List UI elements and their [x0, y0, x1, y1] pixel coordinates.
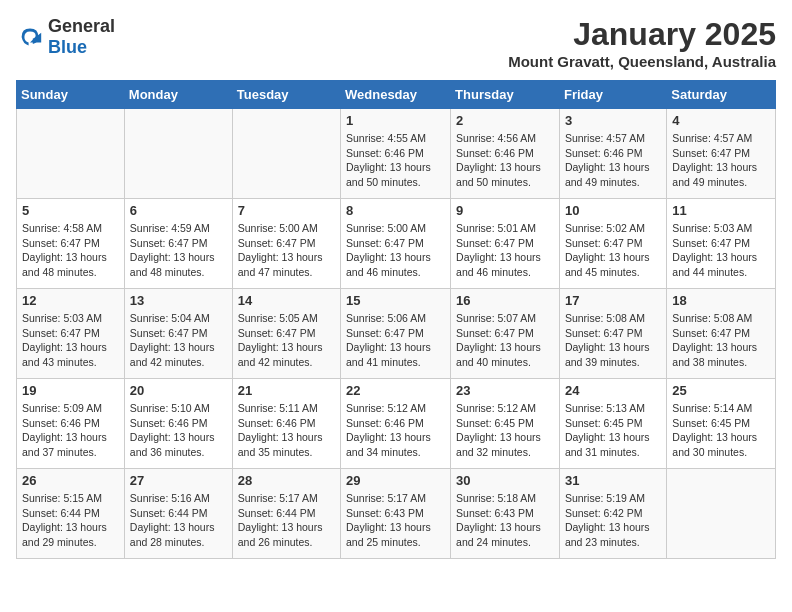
day-number: 27: [130, 473, 227, 488]
calendar-cell: 6Sunrise: 4:59 AM Sunset: 6:47 PM Daylig…: [124, 199, 232, 289]
logo-general: General: [48, 16, 115, 36]
calendar-header-row: SundayMondayTuesdayWednesdayThursdayFrid…: [17, 81, 776, 109]
calendar-cell: 30Sunrise: 5:18 AM Sunset: 6:43 PM Dayli…: [451, 469, 560, 559]
day-info: Sunrise: 4:55 AM Sunset: 6:46 PM Dayligh…: [346, 131, 445, 190]
calendar-cell: 9Sunrise: 5:01 AM Sunset: 6:47 PM Daylig…: [451, 199, 560, 289]
calendar-title: January 2025: [508, 16, 776, 53]
calendar-cell: 29Sunrise: 5:17 AM Sunset: 6:43 PM Dayli…: [341, 469, 451, 559]
day-number: 21: [238, 383, 335, 398]
calendar-cell: [667, 469, 776, 559]
day-info: Sunrise: 5:12 AM Sunset: 6:46 PM Dayligh…: [346, 401, 445, 460]
day-number: 30: [456, 473, 554, 488]
calendar-cell: 4Sunrise: 4:57 AM Sunset: 6:47 PM Daylig…: [667, 109, 776, 199]
day-info: Sunrise: 5:03 AM Sunset: 6:47 PM Dayligh…: [22, 311, 119, 370]
day-number: 9: [456, 203, 554, 218]
day-number: 3: [565, 113, 661, 128]
day-number: 26: [22, 473, 119, 488]
calendar-cell: 19Sunrise: 5:09 AM Sunset: 6:46 PM Dayli…: [17, 379, 125, 469]
day-number: 12: [22, 293, 119, 308]
day-number: 10: [565, 203, 661, 218]
logo-text: General Blue: [48, 16, 115, 58]
day-number: 15: [346, 293, 445, 308]
calendar-table: SundayMondayTuesdayWednesdayThursdayFrid…: [16, 80, 776, 559]
day-info: Sunrise: 4:59 AM Sunset: 6:47 PM Dayligh…: [130, 221, 227, 280]
calendar-cell: 1Sunrise: 4:55 AM Sunset: 6:46 PM Daylig…: [341, 109, 451, 199]
header: General Blue January 2025 Mount Gravatt,…: [16, 16, 776, 70]
logo-icon: [16, 23, 44, 51]
column-header-thursday: Thursday: [451, 81, 560, 109]
day-number: 5: [22, 203, 119, 218]
calendar-cell: 25Sunrise: 5:14 AM Sunset: 6:45 PM Dayli…: [667, 379, 776, 469]
calendar-cell: 23Sunrise: 5:12 AM Sunset: 6:45 PM Dayli…: [451, 379, 560, 469]
day-info: Sunrise: 4:56 AM Sunset: 6:46 PM Dayligh…: [456, 131, 554, 190]
day-info: Sunrise: 4:57 AM Sunset: 6:47 PM Dayligh…: [672, 131, 770, 190]
day-info: Sunrise: 5:08 AM Sunset: 6:47 PM Dayligh…: [565, 311, 661, 370]
day-number: 17: [565, 293, 661, 308]
calendar-cell: 10Sunrise: 5:02 AM Sunset: 6:47 PM Dayli…: [559, 199, 666, 289]
calendar-cell: 16Sunrise: 5:07 AM Sunset: 6:47 PM Dayli…: [451, 289, 560, 379]
day-number: 25: [672, 383, 770, 398]
calendar-cell: 26Sunrise: 5:15 AM Sunset: 6:44 PM Dayli…: [17, 469, 125, 559]
calendar-cell: 27Sunrise: 5:16 AM Sunset: 6:44 PM Dayli…: [124, 469, 232, 559]
calendar-cell: 15Sunrise: 5:06 AM Sunset: 6:47 PM Dayli…: [341, 289, 451, 379]
day-info: Sunrise: 5:13 AM Sunset: 6:45 PM Dayligh…: [565, 401, 661, 460]
day-number: 20: [130, 383, 227, 398]
day-info: Sunrise: 5:17 AM Sunset: 6:43 PM Dayligh…: [346, 491, 445, 550]
column-header-saturday: Saturday: [667, 81, 776, 109]
day-info: Sunrise: 5:00 AM Sunset: 6:47 PM Dayligh…: [238, 221, 335, 280]
day-number: 19: [22, 383, 119, 398]
calendar-cell: 12Sunrise: 5:03 AM Sunset: 6:47 PM Dayli…: [17, 289, 125, 379]
day-info: Sunrise: 5:15 AM Sunset: 6:44 PM Dayligh…: [22, 491, 119, 550]
calendar-cell: [17, 109, 125, 199]
day-info: Sunrise: 5:02 AM Sunset: 6:47 PM Dayligh…: [565, 221, 661, 280]
calendar-subtitle: Mount Gravatt, Queensland, Australia: [508, 53, 776, 70]
day-info: Sunrise: 5:09 AM Sunset: 6:46 PM Dayligh…: [22, 401, 119, 460]
day-info: Sunrise: 5:01 AM Sunset: 6:47 PM Dayligh…: [456, 221, 554, 280]
day-number: 2: [456, 113, 554, 128]
calendar-week-3: 12Sunrise: 5:03 AM Sunset: 6:47 PM Dayli…: [17, 289, 776, 379]
day-info: Sunrise: 5:11 AM Sunset: 6:46 PM Dayligh…: [238, 401, 335, 460]
calendar-cell: [124, 109, 232, 199]
calendar-cell: 21Sunrise: 5:11 AM Sunset: 6:46 PM Dayli…: [232, 379, 340, 469]
calendar-cell: 8Sunrise: 5:00 AM Sunset: 6:47 PM Daylig…: [341, 199, 451, 289]
day-info: Sunrise: 4:58 AM Sunset: 6:47 PM Dayligh…: [22, 221, 119, 280]
logo-blue: Blue: [48, 37, 87, 57]
column-header-friday: Friday: [559, 81, 666, 109]
day-info: Sunrise: 4:57 AM Sunset: 6:46 PM Dayligh…: [565, 131, 661, 190]
calendar-week-2: 5Sunrise: 4:58 AM Sunset: 6:47 PM Daylig…: [17, 199, 776, 289]
day-number: 7: [238, 203, 335, 218]
logo: General Blue: [16, 16, 115, 58]
day-info: Sunrise: 5:03 AM Sunset: 6:47 PM Dayligh…: [672, 221, 770, 280]
calendar-week-1: 1Sunrise: 4:55 AM Sunset: 6:46 PM Daylig…: [17, 109, 776, 199]
day-info: Sunrise: 5:14 AM Sunset: 6:45 PM Dayligh…: [672, 401, 770, 460]
calendar-cell: 3Sunrise: 4:57 AM Sunset: 6:46 PM Daylig…: [559, 109, 666, 199]
day-number: 31: [565, 473, 661, 488]
day-info: Sunrise: 5:04 AM Sunset: 6:47 PM Dayligh…: [130, 311, 227, 370]
column-header-wednesday: Wednesday: [341, 81, 451, 109]
day-number: 14: [238, 293, 335, 308]
calendar-cell: 22Sunrise: 5:12 AM Sunset: 6:46 PM Dayli…: [341, 379, 451, 469]
day-number: 11: [672, 203, 770, 218]
calendar-cell: 24Sunrise: 5:13 AM Sunset: 6:45 PM Dayli…: [559, 379, 666, 469]
day-info: Sunrise: 5:06 AM Sunset: 6:47 PM Dayligh…: [346, 311, 445, 370]
day-number: 23: [456, 383, 554, 398]
calendar-cell: 20Sunrise: 5:10 AM Sunset: 6:46 PM Dayli…: [124, 379, 232, 469]
calendar-week-5: 26Sunrise: 5:15 AM Sunset: 6:44 PM Dayli…: [17, 469, 776, 559]
day-number: 6: [130, 203, 227, 218]
calendar-cell: 11Sunrise: 5:03 AM Sunset: 6:47 PM Dayli…: [667, 199, 776, 289]
day-number: 29: [346, 473, 445, 488]
calendar-week-4: 19Sunrise: 5:09 AM Sunset: 6:46 PM Dayli…: [17, 379, 776, 469]
day-info: Sunrise: 5:10 AM Sunset: 6:46 PM Dayligh…: [130, 401, 227, 460]
calendar-cell: 5Sunrise: 4:58 AM Sunset: 6:47 PM Daylig…: [17, 199, 125, 289]
calendar-cell: 2Sunrise: 4:56 AM Sunset: 6:46 PM Daylig…: [451, 109, 560, 199]
day-number: 16: [456, 293, 554, 308]
day-number: 24: [565, 383, 661, 398]
day-info: Sunrise: 5:19 AM Sunset: 6:42 PM Dayligh…: [565, 491, 661, 550]
day-info: Sunrise: 5:17 AM Sunset: 6:44 PM Dayligh…: [238, 491, 335, 550]
day-info: Sunrise: 5:07 AM Sunset: 6:47 PM Dayligh…: [456, 311, 554, 370]
calendar-cell: 17Sunrise: 5:08 AM Sunset: 6:47 PM Dayli…: [559, 289, 666, 379]
column-header-tuesday: Tuesday: [232, 81, 340, 109]
day-info: Sunrise: 5:08 AM Sunset: 6:47 PM Dayligh…: [672, 311, 770, 370]
calendar-cell: 7Sunrise: 5:00 AM Sunset: 6:47 PM Daylig…: [232, 199, 340, 289]
day-info: Sunrise: 5:18 AM Sunset: 6:43 PM Dayligh…: [456, 491, 554, 550]
